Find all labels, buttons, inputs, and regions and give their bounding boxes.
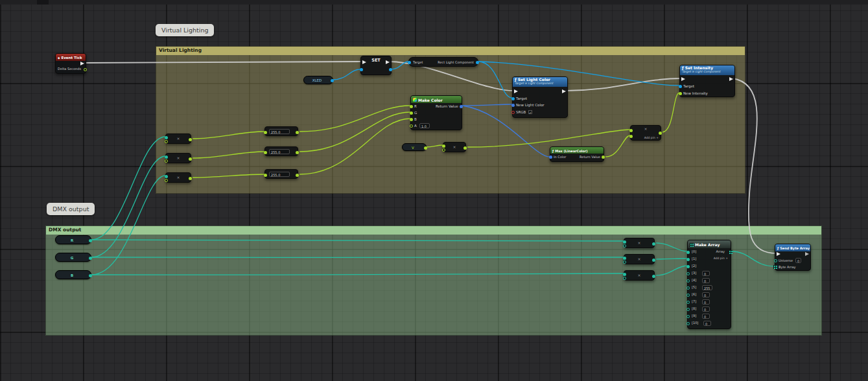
array-pin-0[interactable] [686, 251, 690, 254]
in-pin-b[interactable] [623, 244, 626, 248]
new-intensity-pin[interactable] [679, 92, 682, 95]
out-pin[interactable] [296, 151, 299, 154]
in-pin-a[interactable] [623, 240, 626, 244]
out-pin[interactable] [189, 177, 192, 180]
in-pin-a[interactable] [165, 156, 168, 159]
in-pin-b[interactable] [165, 140, 168, 143]
node-get-xled[interactable]: XLED [303, 76, 333, 84]
array-pin-7-value[interactable]: 0 [702, 299, 710, 305]
in-pin-a[interactable] [623, 257, 626, 260]
node-max-linearcolor[interactable]: ƒ Max (LinearColor) In Color Return Valu… [550, 146, 604, 162]
exec-in-pin[interactable] [362, 60, 366, 64]
b-getter-out-pin[interactable] [89, 274, 92, 277]
node-dmx-multiply-g[interactable]: × [624, 254, 655, 264]
return-value-pin[interactable] [602, 156, 605, 159]
array-pin-3-value[interactable]: 0 [702, 271, 710, 276]
component-out-pin[interactable] [476, 61, 479, 64]
new-light-color-pin[interactable] [511, 104, 515, 107]
array-pin-2[interactable] [686, 265, 690, 268]
node-get-r[interactable]: R [55, 235, 91, 244]
array-pin-7[interactable] [686, 301, 690, 304]
out-pin[interactable] [652, 242, 655, 246]
blueprint-graph-canvas[interactable]: Virtual Lighting DMX output [0, 0, 868, 381]
node-send-byte-array[interactable]: ƒ Send Byte Array Universe 0 Byte Array [775, 244, 811, 271]
value-field[interactable]: 255.0 [269, 172, 290, 177]
xled-getter-out-pin[interactable] [331, 79, 334, 82]
array-pin-4-value[interactable]: 0 [702, 278, 710, 283]
node-get-b[interactable]: B [55, 270, 91, 279]
array-pin-5-value[interactable]: 255 [702, 285, 712, 290]
in-pin-a[interactable] [165, 136, 168, 139]
in-pin-b[interactable] [165, 159, 168, 163]
in-pin[interactable] [264, 131, 267, 134]
node-dmx-multiply-r[interactable]: × [624, 238, 655, 248]
universe-pin[interactable] [774, 259, 777, 262]
xled-input-pin[interactable] [360, 68, 363, 71]
in-color-pin[interactable] [549, 156, 552, 159]
node-multiply-addpin[interactable]: × Add pin + [630, 125, 661, 141]
b-in-pin[interactable] [410, 118, 413, 121]
node-multiply-g[interactable]: × [165, 153, 191, 163]
out-pin[interactable] [652, 275, 655, 278]
array-pin-3[interactable] [686, 272, 690, 275]
in-pin-b[interactable] [623, 277, 626, 280]
node-make-color[interactable]: Make Color R G B A 1.0 Return Value [410, 95, 462, 130]
out-pin[interactable] [189, 138, 192, 141]
in-pin-b[interactable] [629, 135, 633, 138]
node-dmx-multiply-b[interactable]: × [624, 270, 655, 281]
v-getter-out-pin[interactable] [424, 146, 427, 150]
value-field[interactable]: 255.0 [269, 149, 290, 154]
array-out-pin[interactable] [729, 250, 733, 254]
node-get-v[interactable]: V [402, 143, 427, 151]
byte-array-pin[interactable] [773, 265, 777, 269]
node-scale-255-b[interactable]: 255.0 [264, 169, 298, 179]
node-scale-255-r[interactable]: 255.0 [264, 126, 298, 136]
target-in-pin[interactable] [511, 97, 515, 100]
exec-out-pin[interactable] [805, 252, 809, 256]
out-pin[interactable] [463, 146, 467, 150]
node-get-g[interactable]: G [55, 253, 91, 262]
in-pin-a[interactable] [629, 129, 633, 132]
value-field[interactable]: 255.0 [269, 129, 290, 134]
a-value-field[interactable]: 1.0 [419, 123, 430, 128]
srgb-pin[interactable] [511, 111, 515, 114]
out-pin[interactable] [659, 132, 662, 135]
in-pin-a[interactable] [165, 175, 168, 178]
node-make-array[interactable]: Make Array Array Add pin + [0] [1] [2] [… [687, 240, 731, 329]
array-pin-8-value[interactable]: 0 [702, 306, 710, 312]
add-pin-button[interactable]: Add pin + [714, 257, 728, 260]
in-pin-b[interactable] [623, 260, 626, 264]
in-pin-a[interactable] [442, 144, 445, 148]
r-in-pin[interactable] [410, 105, 413, 108]
g-in-pin[interactable] [410, 111, 413, 115]
in-pin[interactable] [264, 174, 267, 177]
out-pin[interactable] [296, 131, 299, 134]
array-pin-10[interactable] [686, 322, 690, 325]
array-pin-9-value[interactable]: 0 [702, 314, 710, 319]
out-pin[interactable] [652, 259, 655, 262]
add-pin-button[interactable]: Add pin + [644, 136, 659, 139]
array-pin-6-value[interactable]: 0 [702, 292, 710, 297]
a-in-pin[interactable] [410, 124, 413, 128]
delta-seconds-pin[interactable] [84, 68, 87, 71]
in-pin-a[interactable] [623, 273, 626, 276]
target-in-pin[interactable] [408, 61, 411, 64]
array-pin-1[interactable] [686, 258, 690, 261]
in-pin[interactable] [264, 151, 267, 154]
exec-out-pin[interactable] [386, 60, 390, 64]
array-pin-10-value[interactable]: 0 [703, 321, 711, 326]
exec-in-pin[interactable] [681, 77, 685, 81]
exec-out-pin[interactable] [562, 89, 566, 93]
r-getter-out-pin[interactable] [89, 239, 92, 242]
out-pin[interactable] [296, 174, 299, 177]
out-pin[interactable] [189, 157, 192, 161]
node-set-intensity[interactable]: ƒSet Intensity Target is Light Component… [679, 65, 735, 97]
srgb-checkbox[interactable]: ✓ [528, 110, 532, 114]
array-pin-6[interactable] [686, 294, 690, 297]
in-pin-b[interactable] [442, 148, 445, 152]
node-scale-255-g[interactable]: 255.0 [264, 146, 298, 156]
in-pin-b[interactable] [165, 179, 168, 182]
node-multiply-r[interactable]: × [165, 133, 191, 144]
exec-out-pin[interactable] [80, 62, 84, 65]
node-multiply-b[interactable]: × [165, 172, 191, 183]
